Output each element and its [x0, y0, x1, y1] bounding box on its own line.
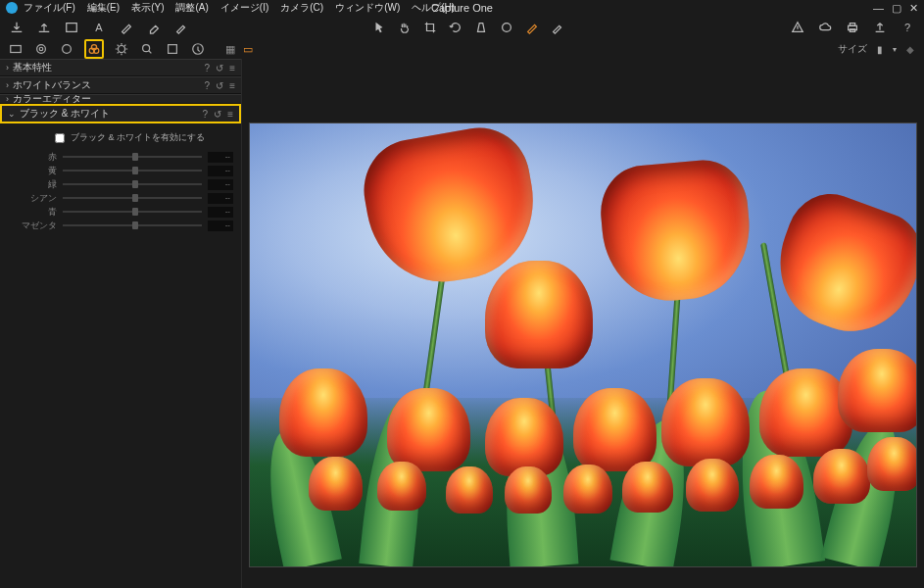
viewer-grid-icon[interactable]: ▦ [225, 43, 235, 56]
eraser-tool-icon[interactable] [147, 21, 161, 34]
help-small-icon[interactable]: ? [205, 63, 211, 74]
bw-slider-row: 赤-- [8, 150, 233, 164]
panel-basic[interactable]: › 基本特性 ?↺≡ [0, 59, 241, 76]
reset-icon[interactable]: ↺ [216, 80, 223, 91]
tools-sidebar: › 基本特性 ?↺≡ › ホワイトバランス ?↺≡ › カラーエディター ⌄ ブ… [0, 59, 242, 588]
svg-point-8 [63, 45, 72, 54]
panel-bw-body: ブラック & ホワイトを有効にする 赤--黄--緑--シアン--青--マゼンタ-… [0, 123, 241, 242]
bw-slider-label: マゼンタ [8, 220, 57, 232]
window-maximize-icon[interactable]: ▢ [892, 2, 901, 15]
bw-slider-row: 緑-- [8, 177, 233, 191]
reset-icon[interactable]: ↺ [214, 109, 221, 120]
export-icon[interactable] [37, 21, 51, 34]
share-icon[interactable] [873, 21, 887, 34]
panel-wb[interactable]: › ホワイトバランス ?↺≡ [0, 76, 241, 94]
panel-basic-title: 基本特性 [13, 61, 205, 74]
bw-slider-value[interactable]: -- [208, 152, 233, 163]
rect-select-icon[interactable] [65, 21, 78, 34]
bw-slider-value[interactable]: -- [208, 207, 233, 218]
menu-adjust[interactable]: 調整(A) [175, 1, 208, 15]
bw-slider-row: マゼンタ-- [8, 219, 233, 232]
import-icon[interactable] [10, 21, 24, 34]
svg-point-13 [143, 45, 150, 52]
chevron-right-icon: › [6, 63, 9, 73]
panel-wb-title: ホワイトバランス [13, 78, 205, 92]
picker-tool-icon[interactable] [174, 21, 188, 34]
hand-tool-icon[interactable] [398, 21, 412, 34]
svg-point-1 [503, 24, 511, 32]
image-preview[interactable] [249, 122, 917, 567]
panel-coloreditor[interactable]: › カラーエディター [0, 94, 241, 104]
tab-details-icon[interactable] [139, 41, 155, 57]
window-minimize-icon[interactable]: — [873, 2, 884, 15]
bw-enable-label: ブラック & ホワイトを有効にする [71, 131, 205, 144]
svg-point-12 [119, 46, 125, 53]
bw-slider-track[interactable] [63, 183, 202, 185]
tab-capture-icon[interactable] [33, 41, 49, 57]
crop-tool-icon[interactable] [423, 21, 437, 34]
bw-slider-value[interactable]: -- [208, 166, 233, 176]
menu-image[interactable]: イメージ(I) [220, 1, 268, 15]
bw-slider-track[interactable] [63, 170, 202, 172]
panel-bw-title: ブラック & ホワイト [20, 107, 203, 121]
bw-slider-label: 緑 [8, 178, 57, 191]
rotate-tool-icon[interactable] [449, 21, 462, 34]
warning-icon[interactable] [791, 21, 804, 34]
dropper-tool-icon[interactable] [551, 21, 564, 34]
mask-brush-icon[interactable] [525, 21, 539, 34]
bw-slider-label: シアン [8, 192, 57, 205]
print-icon[interactable] [846, 21, 859, 34]
bw-slider-track[interactable] [63, 224, 202, 226]
size-label: サイズ [838, 42, 867, 56]
spot-tool-icon[interactable] [500, 21, 513, 34]
chevron-down-icon[interactable]: ▾ [893, 45, 897, 54]
window-title: Capture One [431, 2, 493, 14]
bw-slider-track[interactable] [63, 156, 202, 158]
menu-file[interactable]: ファイル(F) [24, 1, 75, 15]
window-close-icon[interactable]: ✕ [909, 2, 918, 15]
tab-color-icon[interactable] [84, 39, 104, 59]
cursor-tool-icon[interactable] [372, 21, 386, 34]
bw-slider-label: 赤 [8, 151, 57, 164]
bw-slider-value[interactable]: -- [208, 220, 233, 231]
brush-tool-icon[interactable] [120, 21, 133, 34]
tab-lens-icon[interactable] [59, 41, 74, 57]
chevron-right-icon: › [6, 94, 9, 104]
menu-edit[interactable]: 編集(E) [87, 1, 120, 15]
tab-exposure-icon[interactable] [114, 41, 129, 57]
menu-window[interactable]: ウィンドウ(W) [335, 1, 400, 15]
viewer-single-icon[interactable]: ▭ [243, 43, 253, 56]
person-icon[interactable]: ▮ [877, 44, 883, 55]
preset-icon[interactable]: ≡ [229, 80, 235, 91]
menu-camera[interactable]: カメラ(C) [280, 1, 323, 15]
user-icon[interactable]: ◆ [906, 44, 914, 55]
menu-view[interactable]: 表示(Y) [131, 1, 164, 15]
bw-enable-row[interactable]: ブラック & ホワイトを有効にする [55, 131, 233, 144]
tab-adjust-icon[interactable] [165, 41, 180, 57]
bw-slider-value[interactable]: -- [208, 179, 233, 190]
tab-library-icon[interactable] [8, 41, 24, 57]
svg-point-6 [37, 45, 46, 54]
panel-coloreditor-title: カラーエディター [13, 94, 235, 104]
reset-icon[interactable]: ↺ [216, 63, 223, 74]
help-small-icon[interactable]: ? [203, 109, 209, 120]
bw-slider-track[interactable] [63, 197, 202, 199]
bw-slider-value[interactable]: -- [208, 193, 233, 204]
tab-metadata-icon[interactable] [190, 41, 206, 57]
help-icon[interactable]: ? [900, 21, 914, 34]
preset-icon[interactable]: ≡ [227, 109, 233, 120]
svg-rect-3 [850, 24, 854, 26]
bw-slider-label: 青 [8, 206, 57, 219]
bw-enable-checkbox[interactable] [55, 133, 65, 143]
cloud-icon[interactable] [818, 21, 832, 34]
panel-bw[interactable]: ⌄ ブラック & ホワイト ?↺≡ [0, 104, 241, 123]
keystone-tool-icon[interactable] [474, 21, 488, 34]
help-small-icon[interactable]: ? [205, 80, 211, 91]
text-tool-icon[interactable]: A [92, 21, 106, 34]
viewer-area [242, 59, 924, 588]
svg-rect-5 [11, 46, 22, 53]
preset-icon[interactable]: ≡ [229, 63, 235, 74]
bw-slider-row: シアン-- [8, 191, 233, 205]
bw-slider-track[interactable] [63, 211, 202, 213]
bw-slider-row: 黄-- [8, 164, 233, 177]
